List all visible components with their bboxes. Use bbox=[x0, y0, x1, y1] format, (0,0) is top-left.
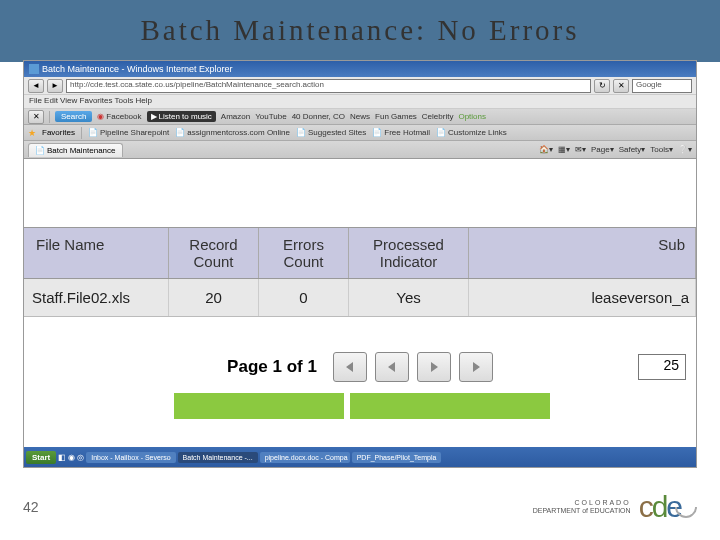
page-size-input[interactable]: 25 bbox=[638, 354, 686, 380]
fungames-link[interactable]: Fun Games bbox=[375, 112, 417, 121]
news-link[interactable]: News bbox=[350, 112, 370, 121]
last-page-button[interactable] bbox=[459, 352, 493, 382]
address-bar-row: ◄ ► http://cde.test.cca.state.co.us/pipe… bbox=[24, 77, 696, 95]
first-page-button[interactable] bbox=[333, 352, 367, 382]
slide-footer: 42 COLORADO DEPARTMENT of EDUCATION cde bbox=[23, 482, 697, 532]
cell-processed: Yes bbox=[349, 279, 469, 316]
logo-text: COLORADO DEPARTMENT of EDUCATION bbox=[533, 499, 631, 516]
col-errors-count[interactable]: Errors Count bbox=[259, 228, 349, 278]
search-provider[interactable]: Google bbox=[632, 79, 692, 93]
cell-filename: Staff.File02.xls bbox=[24, 279, 169, 316]
pipeline-link[interactable]: 📄Pipeline Sharepoint bbox=[88, 128, 169, 137]
page-content: File Name Record Count Errors Count Proc… bbox=[24, 159, 696, 468]
col-record-count[interactable]: Record Count bbox=[169, 228, 259, 278]
youtube-link[interactable]: YouTube bbox=[255, 112, 286, 121]
windows-taskbar: Start ◧◉◎ Inbox - Mailbox - Severso Batc… bbox=[24, 447, 696, 468]
toolbar-2: ★ Favorites 📄Pipeline Sharepoint 📄assign… bbox=[24, 125, 696, 141]
facebook-link[interactable]: ◉Facebook bbox=[97, 112, 141, 121]
tab-batch-maintenance[interactable]: 📄Batch Maintenance bbox=[28, 143, 123, 157]
listen-music-link[interactable]: ▶ Listen to music bbox=[147, 111, 216, 122]
window-title-text: Batch Maintenance - Windows Internet Exp… bbox=[42, 64, 233, 74]
safety-menu[interactable]: Safety▾ bbox=[619, 145, 646, 154]
tabs-row: 📄Batch Maintenance 🏠▾ ▦▾ ✉▾ Page▾ Safety… bbox=[24, 141, 696, 159]
url-input[interactable]: http://cde.test.cca.state.co.us/pipeline… bbox=[66, 79, 591, 93]
task-pdf[interactable]: PDF_Phase/Pilot_Templa bbox=[352, 452, 442, 463]
cell-record-count: 20 bbox=[169, 279, 259, 316]
home-icon[interactable]: 🏠▾ bbox=[539, 145, 553, 154]
hotmail-link[interactable]: 📄Free Hotmail bbox=[372, 128, 430, 137]
slide-number: 42 bbox=[23, 499, 39, 515]
start-button[interactable]: Start bbox=[26, 451, 56, 464]
feed-icon[interactable]: ▦▾ bbox=[558, 145, 570, 154]
menu-bar[interactable]: File Edit View Favorites Tools Help bbox=[24, 95, 696, 109]
cde-logo: cde bbox=[639, 490, 697, 524]
customize-link[interactable]: 📄Customize Links bbox=[436, 128, 507, 137]
task-doc[interactable]: pipeline.docx.doc - Compa bbox=[260, 452, 350, 463]
window-titlebar: Batch Maintenance - Windows Internet Exp… bbox=[24, 61, 696, 77]
cde-logo-area: COLORADO DEPARTMENT of EDUCATION cde bbox=[533, 490, 697, 524]
slide-title: Batch Maintenance: No Errors bbox=[0, 14, 720, 47]
browser-screenshot: Batch Maintenance - Windows Internet Exp… bbox=[23, 60, 697, 468]
tools-menu[interactable]: Tools▾ bbox=[650, 145, 673, 154]
next-page-button[interactable] bbox=[417, 352, 451, 382]
search-button[interactable]: Search bbox=[55, 111, 92, 122]
prev-page-button[interactable] bbox=[375, 352, 409, 382]
page-label: Page 1 of 1 bbox=[227, 357, 317, 377]
green-bar bbox=[24, 393, 696, 419]
amazon-link[interactable]: Amazon bbox=[221, 112, 250, 121]
back-button[interactable]: ◄ bbox=[28, 79, 44, 93]
favorites-label[interactable]: Favorites bbox=[42, 128, 75, 137]
suggested-link[interactable]: 📄Suggested Sites bbox=[296, 128, 366, 137]
col-processed[interactable]: Processed Indicator bbox=[349, 228, 469, 278]
toolbar-x-icon[interactable]: ✕ bbox=[28, 110, 44, 124]
table-row[interactable]: Staff.File02.xls 20 0 Yes leaseverson_a bbox=[24, 279, 696, 317]
stop-button[interactable]: ✕ bbox=[613, 79, 629, 93]
page-menu[interactable]: Page▾ bbox=[591, 145, 614, 154]
weather-link[interactable]: 40 Donner, CO bbox=[292, 112, 345, 121]
forward-button[interactable]: ► bbox=[47, 79, 63, 93]
quick-launch[interactable]: ◧◉◎ bbox=[58, 453, 84, 462]
col-sub[interactable]: Sub bbox=[469, 228, 696, 278]
cell-sub: leaseverson_a bbox=[469, 279, 696, 316]
cell-errors-count: 0 bbox=[259, 279, 349, 316]
pagination: Page 1 of 1 25 bbox=[24, 345, 696, 389]
celebrity-link[interactable]: Celebrity bbox=[422, 112, 454, 121]
col-filename[interactable]: File Name bbox=[24, 228, 169, 278]
results-table: File Name Record Count Errors Count Proc… bbox=[24, 227, 696, 317]
task-inbox[interactable]: Inbox - Mailbox - Severso bbox=[86, 452, 175, 463]
task-batch[interactable]: Batch Maintenance -... bbox=[178, 452, 258, 463]
table-header-row: File Name Record Count Errors Count Proc… bbox=[24, 227, 696, 279]
toolbar-1: ✕ Search ◉Facebook ▶ Listen to music Ama… bbox=[24, 109, 696, 125]
options-link[interactable]: Options bbox=[458, 112, 486, 121]
mail-icon[interactable]: ✉▾ bbox=[575, 145, 586, 154]
help-icon[interactable]: ❔▾ bbox=[678, 145, 692, 154]
assign-link[interactable]: 📄assignmentcross.com Online bbox=[175, 128, 290, 137]
green-seg-1 bbox=[174, 393, 344, 419]
green-seg-2 bbox=[350, 393, 550, 419]
favorites-star-icon[interactable]: ★ bbox=[28, 128, 36, 138]
refresh-button[interactable]: ↻ bbox=[594, 79, 610, 93]
